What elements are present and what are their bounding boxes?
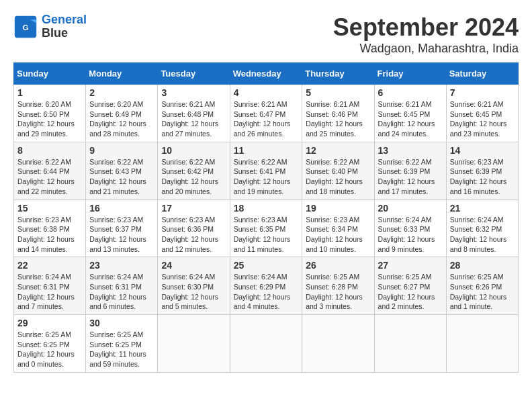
day-info: Sunrise: 6:22 AM Sunset: 6:39 PM Dayligh…	[378, 157, 443, 197]
day-cell-1: 1 Sunrise: 6:20 AM Sunset: 6:50 PM Dayli…	[14, 85, 86, 142]
day-info: Sunrise: 6:23 AM Sunset: 6:36 PM Dayligh…	[161, 215, 226, 255]
day-number: 4	[234, 87, 299, 98]
day-cell-23: 23 Sunrise: 6:24 AM Sunset: 6:31 PM Dayl…	[86, 257, 158, 315]
day-number: 14	[450, 145, 515, 156]
month-title: September 2024	[333, 13, 519, 42]
calendar-body: 1 Sunrise: 6:20 AM Sunset: 6:50 PM Dayli…	[14, 85, 519, 373]
logo: G GeneralBlue	[13, 13, 87, 40]
day-cell-9: 9 Sunrise: 6:22 AM Sunset: 6:43 PM Dayli…	[86, 142, 158, 199]
day-info: Sunrise: 6:25 AM Sunset: 6:27 PM Dayligh…	[378, 272, 443, 312]
day-info: Sunrise: 6:25 AM Sunset: 6:25 PM Dayligh…	[89, 330, 154, 369]
day-number: 26	[306, 260, 370, 271]
day-info: Sunrise: 6:25 AM Sunset: 6:26 PM Dayligh…	[450, 272, 515, 312]
day-cell-19: 19 Sunrise: 6:23 AM Sunset: 6:34 PM Dayl…	[302, 199, 374, 257]
day-info: Sunrise: 6:22 AM Sunset: 6:40 PM Dayligh…	[306, 157, 370, 197]
col-tuesday: Tuesday	[158, 63, 230, 85]
day-cell-5: 5 Sunrise: 6:21 AM Sunset: 6:46 PM Dayli…	[302, 85, 374, 142]
day-number: 28	[450, 260, 515, 271]
day-cell-10: 10 Sunrise: 6:22 AM Sunset: 6:42 PM Dayl…	[158, 142, 230, 199]
day-number: 17	[161, 203, 226, 214]
day-info: Sunrise: 6:21 AM Sunset: 6:45 PM Dayligh…	[378, 99, 443, 139]
day-number: 20	[378, 203, 443, 214]
logo-text: GeneralBlue	[42, 13, 87, 40]
day-cell-4: 4 Sunrise: 6:21 AM Sunset: 6:47 PM Dayli…	[230, 85, 302, 142]
day-cell-25: 25 Sunrise: 6:24 AM Sunset: 6:29 PM Dayl…	[230, 257, 302, 315]
day-number: 1	[17, 87, 82, 98]
day-number: 3	[161, 87, 226, 98]
day-cell-21: 21 Sunrise: 6:24 AM Sunset: 6:32 PM Dayl…	[446, 199, 518, 257]
day-cell-29: 29 Sunrise: 6:25 AM Sunset: 6:25 PM Dayl…	[14, 315, 86, 373]
location-title: Wadgaon, Maharashtra, India	[333, 42, 519, 56]
day-number: 19	[306, 203, 370, 214]
day-cell-6: 6 Sunrise: 6:21 AM Sunset: 6:45 PM Dayli…	[374, 85, 446, 142]
day-number: 30	[89, 318, 154, 328]
empty-cell	[158, 315, 230, 373]
day-info: Sunrise: 6:21 AM Sunset: 6:47 PM Dayligh…	[234, 99, 299, 139]
day-number: 27	[378, 260, 443, 271]
day-info: Sunrise: 6:24 AM Sunset: 6:29 PM Dayligh…	[234, 272, 299, 312]
day-info: Sunrise: 6:24 AM Sunset: 6:33 PM Dayligh…	[378, 215, 443, 255]
day-number: 18	[234, 203, 299, 214]
week-row-5: 29 Sunrise: 6:25 AM Sunset: 6:25 PM Dayl…	[14, 315, 519, 373]
day-cell-7: 7 Sunrise: 6:21 AM Sunset: 6:45 PM Dayli…	[446, 85, 518, 142]
day-cell-14: 14 Sunrise: 6:23 AM Sunset: 6:39 PM Dayl…	[446, 142, 518, 199]
day-number: 9	[89, 145, 154, 156]
svg-text:G: G	[22, 23, 28, 32]
empty-cell	[230, 315, 302, 373]
day-info: Sunrise: 6:22 AM Sunset: 6:41 PM Dayligh…	[234, 157, 299, 197]
day-info: Sunrise: 6:20 AM Sunset: 6:50 PM Dayligh…	[17, 99, 82, 139]
empty-cell	[446, 315, 518, 373]
day-number: 5	[306, 87, 370, 98]
day-cell-15: 15 Sunrise: 6:23 AM Sunset: 6:38 PM Dayl…	[14, 199, 86, 257]
day-number: 29	[17, 318, 82, 328]
day-info: Sunrise: 6:24 AM Sunset: 6:31 PM Dayligh…	[17, 272, 82, 312]
day-number: 2	[89, 87, 154, 98]
day-info: Sunrise: 6:20 AM Sunset: 6:49 PM Dayligh…	[89, 99, 154, 139]
header: G GeneralBlue September 2024 Wadgaon, Ma…	[13, 13, 519, 56]
col-sunday: Sunday	[14, 63, 86, 85]
day-number: 16	[89, 203, 154, 214]
day-cell-12: 12 Sunrise: 6:22 AM Sunset: 6:40 PM Dayl…	[302, 142, 374, 199]
day-info: Sunrise: 6:21 AM Sunset: 6:48 PM Dayligh…	[161, 99, 226, 139]
day-info: Sunrise: 6:23 AM Sunset: 6:34 PM Dayligh…	[306, 215, 370, 255]
day-number: 12	[306, 145, 370, 156]
empty-cell	[374, 315, 446, 373]
day-cell-27: 27 Sunrise: 6:25 AM Sunset: 6:27 PM Dayl…	[374, 257, 446, 315]
col-friday: Friday	[374, 63, 446, 85]
day-info: Sunrise: 6:23 AM Sunset: 6:38 PM Dayligh…	[17, 215, 82, 255]
week-row-2: 8 Sunrise: 6:22 AM Sunset: 6:44 PM Dayli…	[14, 142, 519, 199]
day-cell-13: 13 Sunrise: 6:22 AM Sunset: 6:39 PM Dayl…	[374, 142, 446, 199]
week-row-3: 15 Sunrise: 6:23 AM Sunset: 6:38 PM Dayl…	[14, 199, 519, 257]
calendar-table: Sunday Monday Tuesday Wednesday Thursday…	[13, 62, 519, 373]
day-cell-8: 8 Sunrise: 6:22 AM Sunset: 6:44 PM Dayli…	[14, 142, 86, 199]
day-number: 15	[17, 203, 82, 214]
day-info: Sunrise: 6:23 AM Sunset: 6:37 PM Dayligh…	[89, 215, 154, 255]
day-number: 10	[161, 145, 226, 156]
day-info: Sunrise: 6:21 AM Sunset: 6:45 PM Dayligh…	[450, 99, 515, 139]
day-cell-2: 2 Sunrise: 6:20 AM Sunset: 6:49 PM Dayli…	[86, 85, 158, 142]
day-number: 22	[17, 260, 82, 271]
day-info: Sunrise: 6:22 AM Sunset: 6:43 PM Dayligh…	[89, 157, 154, 197]
day-cell-11: 11 Sunrise: 6:22 AM Sunset: 6:41 PM Dayl…	[230, 142, 302, 199]
col-monday: Monday	[86, 63, 158, 85]
day-number: 11	[234, 145, 299, 156]
col-wednesday: Wednesday	[230, 63, 302, 85]
logo-icon: G	[13, 15, 38, 39]
day-number: 8	[17, 145, 82, 156]
title-block: September 2024 Wadgaon, Maharashtra, Ind…	[333, 13, 519, 56]
day-info: Sunrise: 6:25 AM Sunset: 6:25 PM Dayligh…	[17, 330, 82, 369]
day-number: 24	[161, 260, 226, 271]
day-info: Sunrise: 6:23 AM Sunset: 6:35 PM Dayligh…	[234, 215, 299, 255]
day-info: Sunrise: 6:24 AM Sunset: 6:32 PM Dayligh…	[450, 215, 515, 255]
day-cell-20: 20 Sunrise: 6:24 AM Sunset: 6:33 PM Dayl…	[374, 199, 446, 257]
day-cell-22: 22 Sunrise: 6:24 AM Sunset: 6:31 PM Dayl…	[14, 257, 86, 315]
day-info: Sunrise: 6:25 AM Sunset: 6:28 PM Dayligh…	[306, 272, 370, 312]
week-row-1: 1 Sunrise: 6:20 AM Sunset: 6:50 PM Dayli…	[14, 85, 519, 142]
day-info: Sunrise: 6:23 AM Sunset: 6:39 PM Dayligh…	[450, 157, 515, 197]
day-info: Sunrise: 6:22 AM Sunset: 6:44 PM Dayligh…	[17, 157, 82, 197]
col-saturday: Saturday	[446, 63, 518, 85]
day-info: Sunrise: 6:22 AM Sunset: 6:42 PM Dayligh…	[161, 157, 226, 197]
day-cell-30: 30 Sunrise: 6:25 AM Sunset: 6:25 PM Dayl…	[86, 315, 158, 373]
day-number: 6	[378, 87, 443, 98]
day-number: 21	[450, 203, 515, 214]
